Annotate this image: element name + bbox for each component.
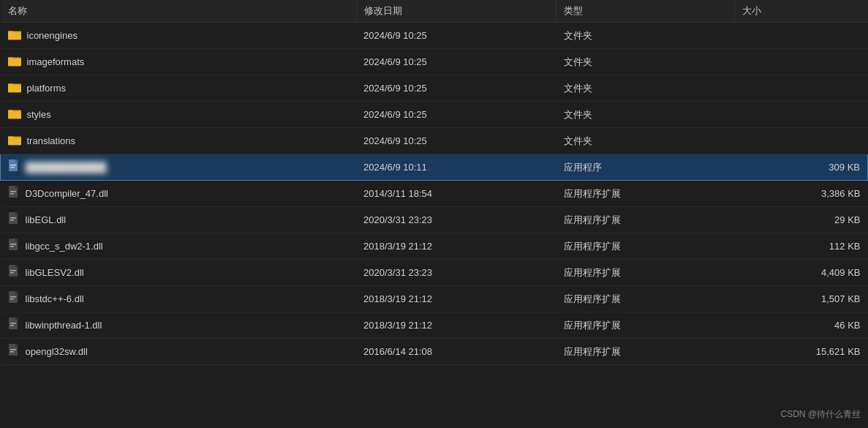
file-name-cell: libGLESV2.dll xyxy=(1,260,357,286)
table-row[interactable]: libEGL.dll2020/3/31 23:23应用程序扩展29 KB xyxy=(1,207,868,233)
svg-rect-22 xyxy=(15,186,18,189)
svg-rect-38 xyxy=(10,270,16,271)
file-size-cell: 1,507 KB xyxy=(734,286,867,312)
file-size-cell xyxy=(734,23,867,49)
file-name-text: platforms xyxy=(27,83,66,94)
file-date-cell: 2024/6/9 10:25 xyxy=(356,49,556,75)
table-row[interactable]: platforms2024/6/9 10:25文件夹 xyxy=(1,75,868,102)
header-date[interactable]: 修改日期 xyxy=(356,0,556,23)
folder-icon xyxy=(8,55,21,69)
file-date-cell: 2018/3/19 21:12 xyxy=(356,286,556,312)
file-type-cell: 应用程序扩展 xyxy=(556,181,734,207)
svg-rect-49 xyxy=(10,325,14,326)
file-size-cell: 15,621 KB xyxy=(734,339,867,365)
table-container: 名称 修改日期 类型 大小 iconengines2024/6/9 10:25文… xyxy=(0,0,868,428)
table-row[interactable]: imageformats2024/6/9 10:25文件夹 xyxy=(1,49,868,75)
file-type-cell: 应用程序扩展 xyxy=(556,233,734,260)
file-name-text: opengl32sw.dll xyxy=(26,346,88,357)
file-name-cell: libstdc++-6.dll xyxy=(1,286,357,312)
file-type-cell: 应用程序扩展 xyxy=(556,286,734,312)
file-date-cell: 2018/3/19 21:12 xyxy=(356,312,556,339)
file-size-cell xyxy=(734,75,867,102)
file-name-text: imageformats xyxy=(27,56,85,67)
svg-rect-53 xyxy=(10,349,16,350)
file-type-cell: 应用程序扩展 xyxy=(556,339,734,365)
file-type-cell: 文件夹 xyxy=(556,49,734,75)
table-row[interactable]: libGLESV2.dll2020/3/31 23:23应用程序扩展4,409 … xyxy=(1,260,868,286)
table-row[interactable]: libstdc++-6.dll2018/3/19 21:12应用程序扩展1,50… xyxy=(1,286,868,312)
file-date-cell: 2020/3/31 23:23 xyxy=(356,260,556,286)
svg-rect-52 xyxy=(15,344,18,347)
dll-icon xyxy=(8,239,20,254)
file-name-container: imageformats xyxy=(8,55,350,69)
file-name-container: opengl32sw.dll xyxy=(8,344,350,359)
svg-rect-29 xyxy=(10,219,14,221)
table-row[interactable]: styles2024/6/9 10:25文件夹 xyxy=(1,102,868,128)
file-date-cell: 2014/3/11 18:54 xyxy=(356,181,556,207)
file-type-cell: 应用程序扩展 xyxy=(556,312,734,339)
svg-rect-28 xyxy=(10,217,16,219)
table-row[interactable]: iconengines2024/6/9 10:25文件夹 xyxy=(1,23,868,49)
file-date-cell: 2016/6/14 21:08 xyxy=(356,339,556,365)
dll-icon xyxy=(8,186,20,201)
file-date-cell: 2024/6/9 10:25 xyxy=(356,23,556,49)
table-row[interactable]: D3Dcompiler_47.dll2014/3/11 18:54应用程序扩展3… xyxy=(1,181,868,207)
file-type-cell: 文件夹 xyxy=(556,23,734,49)
file-name-container: libwinpthread-1.dll xyxy=(8,318,350,333)
file-name-cell: iconengines xyxy=(1,23,357,49)
table-row[interactable]: libwinpthread-1.dll2018/3/19 21:12应用程序扩展… xyxy=(1,312,868,339)
file-name-container: translations xyxy=(8,134,350,148)
svg-rect-44 xyxy=(10,299,14,300)
file-type-cell: 应用程序扩展 xyxy=(556,207,734,233)
file-name-cell: opengl32sw.dll xyxy=(1,339,357,365)
file-type-cell: 文件夹 xyxy=(556,102,734,128)
file-name-container: D3Dcompiler_47.dll xyxy=(8,186,350,201)
file-name-cell: libgcc_s_dw2-1.dll xyxy=(1,233,357,260)
file-size-cell: 46 KB xyxy=(734,312,867,339)
file-type-cell: 应用程序 xyxy=(556,154,734,181)
file-name-cell: ████████████ xyxy=(1,154,357,181)
file-name-cell: D3Dcompiler_47.dll xyxy=(1,181,357,207)
table-row[interactable]: opengl32sw.dll2016/6/14 21:08应用程序扩展15,62… xyxy=(1,339,868,365)
table-row[interactable]: translations2024/6/9 10:25文件夹 xyxy=(1,128,868,154)
svg-rect-39 xyxy=(10,272,14,274)
exe-icon xyxy=(8,159,20,175)
svg-rect-23 xyxy=(10,191,16,192)
table-row[interactable]: ████████████2024/6/9 10:11应用程序309 KB xyxy=(1,154,868,181)
dll-icon xyxy=(8,265,20,280)
file-date-cell: 2024/6/9 10:25 xyxy=(356,102,556,128)
svg-rect-17 xyxy=(15,159,18,162)
file-name-text: libEGL.dll xyxy=(26,214,67,225)
svg-rect-14 xyxy=(8,138,21,145)
file-name-container: libGLESV2.dll xyxy=(8,265,350,280)
file-date-cell: 2024/6/9 10:11 xyxy=(356,154,556,181)
file-name-cell: translations xyxy=(1,128,357,154)
svg-rect-19 xyxy=(10,167,15,168)
dll-icon xyxy=(8,318,20,333)
header-type[interactable]: 类型 xyxy=(556,0,734,23)
svg-rect-37 xyxy=(15,265,18,268)
file-name-cell: styles xyxy=(1,102,357,128)
file-type-cell: 应用程序扩展 xyxy=(556,260,734,286)
svg-rect-32 xyxy=(15,239,18,241)
table-row[interactable]: libgcc_s_dw2-1.dll2018/3/19 21:12应用程序扩展1… xyxy=(1,233,868,260)
file-name-container: iconengines xyxy=(8,29,350,42)
file-date-cell: 2024/6/9 10:25 xyxy=(356,75,556,102)
header-size[interactable]: 大小 xyxy=(734,0,867,23)
folder-icon xyxy=(8,29,21,42)
svg-rect-43 xyxy=(10,296,16,298)
file-explorer: 名称 修改日期 类型 大小 iconengines2024/6/9 10:25文… xyxy=(0,0,868,428)
file-name-text: libgcc_s_dw2-1.dll xyxy=(26,241,103,252)
svg-rect-34 xyxy=(10,246,14,247)
svg-rect-48 xyxy=(10,323,16,324)
header-name[interactable]: 名称 xyxy=(1,0,357,23)
file-size-cell: 4,409 KB xyxy=(734,260,867,286)
svg-rect-27 xyxy=(15,212,18,215)
file-name-text: translations xyxy=(27,135,75,146)
file-date-cell: 2020/3/31 23:23 xyxy=(356,207,556,233)
file-name-cell: imageformats xyxy=(1,49,357,75)
file-size-cell: 112 KB xyxy=(734,233,867,260)
svg-rect-33 xyxy=(10,244,16,245)
table-header: 名称 修改日期 类型 大小 xyxy=(1,0,868,23)
dll-icon xyxy=(8,291,20,307)
